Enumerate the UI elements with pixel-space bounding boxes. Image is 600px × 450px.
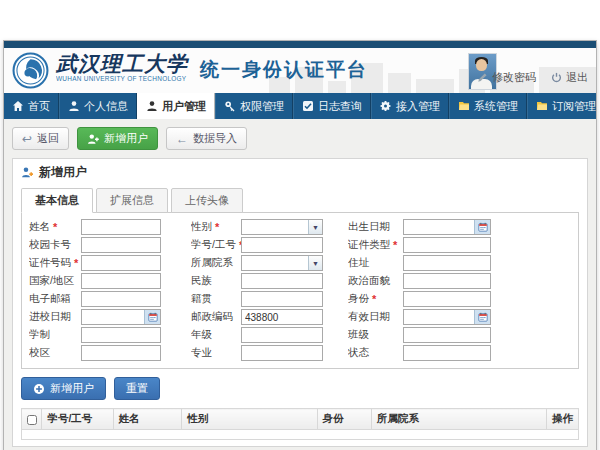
- user-add-icon: [87, 133, 99, 145]
- gear-icon: [380, 100, 392, 112]
- input-country-region[interactable]: [81, 273, 161, 289]
- nav-item-user-management[interactable]: 用户管理: [137, 93, 215, 119]
- input-id-type[interactable]: [403, 237, 491, 253]
- nav-item-label: 系统管理: [474, 99, 518, 114]
- new-user-panel: 新增用户 基本信息扩展信息上传头像 姓名*性别*▼出生日期校园卡号学号/工号*证…: [12, 158, 588, 447]
- back-button[interactable]: ↩ 返回: [12, 127, 69, 150]
- input-status[interactable]: [403, 345, 491, 361]
- date-field-birth-date: [403, 219, 491, 235]
- page-header: 武汉理工大学 WUHAN UNIVERSITY OF TECHNOLOGY 统一…: [4, 48, 596, 93]
- header-links: 修改密码 退出: [477, 70, 588, 85]
- field-label-status: 状态: [348, 346, 403, 360]
- folder-icon: [458, 100, 470, 112]
- date-field-valid-date: [403, 309, 491, 325]
- form-row: 电子邮箱籍贯身份*: [22, 290, 578, 308]
- select-gender[interactable]: ▼: [241, 219, 323, 235]
- required-asterisk: *: [393, 239, 397, 251]
- col-header: 所属院系: [371, 409, 546, 430]
- input-major[interactable]: [241, 345, 323, 361]
- form-row: 姓名*性别*▼出生日期: [22, 218, 578, 236]
- nav-item-label: 接入管理: [396, 99, 440, 114]
- reset-button-label: 重置: [126, 382, 148, 395]
- select-department[interactable]: ▼: [241, 255, 323, 271]
- logout-link[interactable]: 退出: [551, 70, 588, 85]
- tab-basic-info[interactable]: 基本信息: [21, 188, 93, 213]
- input-enroll-date[interactable]: [82, 310, 144, 324]
- results-table: 学号/工号姓名性别身份所属院系操作: [21, 408, 579, 440]
- form-row: 国家/地区民族政治面貌: [22, 272, 578, 290]
- user-plus-icon: [21, 166, 34, 179]
- field-label-postal-code: 邮政编码: [191, 310, 241, 324]
- nav-item-home[interactable]: 首页: [4, 93, 59, 119]
- input-ethnicity[interactable]: [241, 273, 323, 289]
- nav-item-permission-management[interactable]: 权限管理: [215, 93, 293, 119]
- calendar-icon[interactable]: [144, 310, 160, 324]
- calendar-icon[interactable]: [474, 310, 490, 324]
- tab-upload-avatar[interactable]: 上传头像: [171, 188, 243, 213]
- select-all-checkbox[interactable]: [27, 415, 37, 425]
- nav-item-profile[interactable]: 个人信息: [59, 93, 137, 119]
- required-asterisk: *: [215, 221, 219, 233]
- input-name[interactable]: [81, 219, 161, 235]
- field-label-campus: 校区: [29, 346, 81, 360]
- input-schooling-length[interactable]: [81, 327, 161, 343]
- nav-item-log-query[interactable]: 日志查询: [293, 93, 371, 119]
- reset-button[interactable]: 重置: [114, 377, 160, 400]
- form-row: 证件号码*所属院系▼住址: [22, 254, 578, 272]
- add-user-toolbar-label: 新增用户: [104, 132, 148, 145]
- field-label-gender: 性别*: [191, 220, 241, 234]
- input-birth-date[interactable]: [404, 220, 474, 234]
- nav-item-system-management[interactable]: 系统管理: [449, 93, 527, 119]
- folder-icon: [536, 100, 548, 112]
- dropdown-arrow-icon[interactable]: ▼: [308, 256, 322, 270]
- input-native-place[interactable]: [241, 291, 323, 307]
- select-all-header-cell: [22, 409, 42, 430]
- input-identity[interactable]: [403, 291, 491, 307]
- input-id-number[interactable]: [81, 255, 161, 271]
- change-password-link[interactable]: 修改密码: [477, 70, 536, 85]
- university-logo-icon: [12, 52, 49, 89]
- toolbar: ↩ 返回 新增用户 ← 数据导入: [12, 127, 588, 150]
- field-label-address: 住址: [348, 256, 403, 270]
- form-row: 校园卡号学号/工号*证件类型*: [22, 236, 578, 254]
- circle-plus-icon: [33, 383, 45, 395]
- main-nav: 首页个人信息用户管理权限管理日志查询接入管理系统管理订阅管理: [4, 93, 596, 119]
- input-student-no[interactable]: [241, 237, 323, 253]
- nav-item-access-management[interactable]: 接入管理: [371, 93, 449, 119]
- form-tabs: 基本信息扩展信息上传头像: [13, 184, 587, 212]
- data-import-button[interactable]: ← 数据导入: [166, 127, 247, 150]
- input-valid-date[interactable]: [404, 310, 474, 324]
- calendar-icon[interactable]: [474, 220, 490, 234]
- user-icon: [68, 100, 80, 112]
- field-label-political-status: 政治面貌: [348, 274, 403, 288]
- add-user-toolbar-button[interactable]: 新增用户: [77, 127, 158, 150]
- dropdown-arrow-icon[interactable]: ▼: [308, 220, 322, 234]
- nav-item-label: 首页: [28, 99, 50, 114]
- required-asterisk: *: [53, 221, 57, 233]
- field-label-native-place: 籍贯: [191, 292, 241, 306]
- submit-add-user-button[interactable]: 新增用户: [21, 377, 106, 400]
- input-email[interactable]: [81, 291, 161, 307]
- input-address[interactable]: [403, 255, 491, 271]
- input-political-status[interactable]: [403, 273, 491, 289]
- app-window: 武汉理工大学 WUHAN UNIVERSITY OF TECHNOLOGY 统一…: [3, 40, 597, 450]
- col-header: 学号/工号: [42, 409, 113, 430]
- input-grade[interactable]: [241, 327, 323, 343]
- user-icon: [146, 100, 158, 112]
- nav-item-label: 用户管理: [162, 99, 206, 114]
- data-import-label: 数据导入: [193, 132, 237, 145]
- nav-item-subscription-management[interactable]: 订阅管理: [527, 93, 600, 119]
- input-postal-code[interactable]: [241, 309, 323, 325]
- tab-extended-info[interactable]: 扩展信息: [96, 188, 168, 213]
- form-grid: 姓名*性别*▼出生日期校园卡号学号/工号*证件类型*证件号码*所属院系▼住址国家…: [21, 212, 579, 369]
- field-label-email: 电子邮箱: [29, 292, 81, 306]
- content-area: ↩ 返回 新增用户 ← 数据导入 新增用户 基本信息扩展信息上传头像: [4, 119, 596, 447]
- input-campus-card[interactable]: [81, 237, 161, 253]
- input-campus[interactable]: [81, 345, 161, 361]
- field-label-major: 专业: [191, 346, 241, 360]
- form-row: 校区专业状态: [22, 344, 578, 362]
- panel-title: 新增用户: [13, 159, 587, 184]
- input-class[interactable]: [403, 327, 491, 343]
- field-label-name: 姓名*: [29, 220, 81, 234]
- power-icon: [551, 72, 562, 83]
